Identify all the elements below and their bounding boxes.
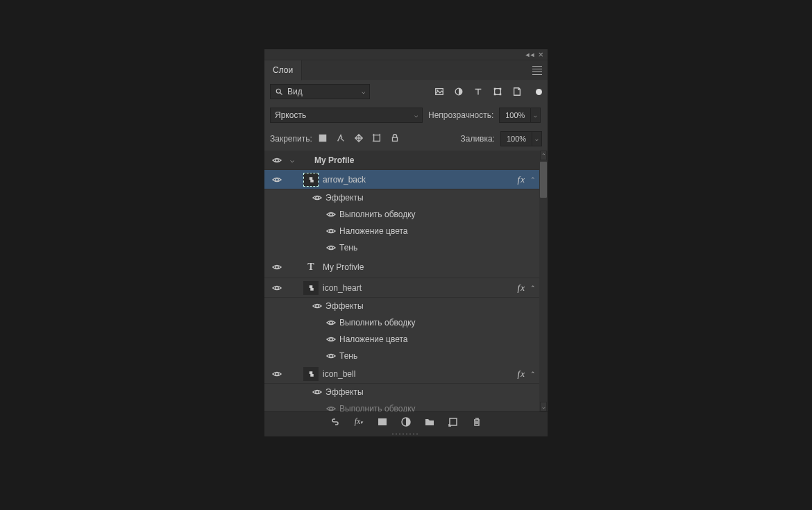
layer-name: icon_heart bbox=[323, 283, 518, 293]
layer-style-icon[interactable]: fx▾ bbox=[353, 416, 364, 427]
svg-rect-44 bbox=[450, 418, 457, 425]
svg-line-1 bbox=[280, 93, 282, 95]
filter-text-icon[interactable] bbox=[473, 87, 483, 96]
opacity-chevron[interactable]: ⌵ bbox=[531, 108, 541, 123]
effect-stroke[interactable]: Выполнить обводку bbox=[264, 400, 548, 411]
visibility-toggle[interactable] bbox=[323, 210, 339, 219]
layer-group-my-profile[interactable]: ⌵ My Profile bbox=[264, 151, 548, 170]
svg-point-21 bbox=[276, 178, 278, 180]
visibility-toggle[interactable] bbox=[323, 226, 339, 236]
layer-thumbnail[interactable] bbox=[303, 173, 319, 187]
visibility-toggle[interactable] bbox=[269, 155, 285, 165]
visibility-toggle[interactable] bbox=[309, 193, 325, 203]
visibility-toggle[interactable] bbox=[323, 243, 339, 253]
effect-color-overlay[interactable]: Наложение цвета bbox=[264, 331, 548, 348]
svg-rect-38 bbox=[310, 374, 314, 377]
svg-rect-31 bbox=[310, 288, 314, 291]
fill-input[interactable]: 100% bbox=[500, 131, 532, 146]
layer-arrow-back[interactable]: arrow_back fx ⌃ bbox=[264, 170, 548, 189]
fx-indicator: fx bbox=[518, 174, 525, 185]
blend-mode-select[interactable]: Яркость ⌵ bbox=[270, 108, 423, 123]
effects-header[interactable]: Эффекты bbox=[264, 384, 548, 400]
adjustment-layer-icon[interactable] bbox=[400, 416, 412, 427]
resize-handle[interactable] bbox=[264, 431, 548, 436]
layers-panel: ◄◄ × Слои Вид ⌵ Яркость ⌵ Непрозрачность… bbox=[264, 49, 548, 437]
filter-adjustment-icon[interactable] bbox=[454, 87, 464, 96]
layer-icon-heart[interactable]: icon_heart fx ⌃ bbox=[264, 278, 548, 298]
lock-image-icon[interactable] bbox=[336, 133, 346, 145]
layer-search[interactable]: Вид ⌵ bbox=[270, 84, 370, 99]
collapse-effects[interactable]: ⌃ bbox=[528, 176, 538, 183]
lock-artboard-icon[interactable] bbox=[372, 133, 382, 145]
effect-stroke[interactable]: Выполнить обводку bbox=[264, 206, 548, 223]
fill-chevron[interactable]: ⌵ bbox=[532, 131, 542, 146]
effects-header[interactable]: Эффекты bbox=[264, 189, 548, 206]
svg-point-27 bbox=[330, 246, 332, 249]
effect-label: Наложение цвета bbox=[339, 334, 407, 344]
svg-point-33 bbox=[330, 321, 332, 324]
effect-label: Тень bbox=[339, 243, 357, 253]
text-layer-icon: T bbox=[303, 262, 319, 273]
new-layer-icon[interactable] bbox=[448, 416, 459, 427]
layer-thumbnail[interactable] bbox=[303, 281, 319, 295]
effect-color-overlay[interactable]: Наложение цвета bbox=[264, 223, 548, 239]
visibility-toggle[interactable] bbox=[309, 301, 325, 311]
visibility-toggle[interactable] bbox=[269, 175, 285, 185]
effects-label: Эффекты bbox=[325, 301, 364, 311]
collapse-effects[interactable]: ⌃ bbox=[528, 371, 538, 377]
layer-icon-bell[interactable]: icon_bell fx ⌃ bbox=[264, 364, 548, 384]
effect-shadow[interactable]: Тень bbox=[264, 239, 548, 256]
bottom-toolbar: fx▾ bbox=[264, 411, 548, 431]
svg-rect-30 bbox=[310, 285, 313, 288]
tab-layers[interactable]: Слои bbox=[264, 60, 302, 80]
filter-pixel-icon[interactable] bbox=[434, 87, 444, 96]
lock-transparency-icon[interactable] bbox=[318, 133, 328, 145]
scrollbar[interactable]: ⌃ ⌵ bbox=[539, 151, 548, 411]
layer-thumbnail[interactable] bbox=[303, 367, 319, 381]
effect-shadow[interactable]: Тень bbox=[264, 348, 548, 364]
lock-label: Закрепить: bbox=[270, 134, 312, 144]
visibility-toggle[interactable] bbox=[269, 369, 285, 379]
link-layers-icon[interactable] bbox=[330, 416, 341, 427]
layer-my-profile-text[interactable]: T My Profivle bbox=[264, 256, 548, 278]
svg-point-39 bbox=[316, 391, 319, 393]
scroll-up[interactable]: ⌃ bbox=[540, 151, 547, 160]
effect-label: Тень bbox=[339, 351, 357, 361]
collapse-icon[interactable]: ◄◄ bbox=[525, 51, 534, 58]
scroll-thumb[interactable] bbox=[540, 162, 547, 198]
lock-icons bbox=[318, 133, 400, 145]
effect-stroke[interactable]: Выполнить обводку bbox=[264, 314, 548, 331]
delete-layer-icon[interactable] bbox=[471, 416, 482, 427]
lock-all-icon[interactable] bbox=[390, 133, 400, 145]
close-icon[interactable]: × bbox=[538, 49, 543, 60]
fx-indicator: fx bbox=[518, 368, 525, 380]
panel-menu-icon[interactable] bbox=[531, 60, 548, 80]
filter-smartobject-icon[interactable] bbox=[512, 87, 522, 96]
svg-point-20 bbox=[276, 158, 278, 161]
group-icon[interactable] bbox=[424, 416, 435, 427]
filter-shape-icon[interactable] bbox=[493, 87, 502, 96]
visibility-toggle[interactable] bbox=[309, 387, 325, 397]
svg-point-36 bbox=[276, 372, 278, 375]
visibility-toggle[interactable] bbox=[269, 262, 285, 272]
chevron-down-icon: ⌵ bbox=[414, 112, 418, 119]
visibility-toggle[interactable] bbox=[323, 334, 339, 344]
lock-position-icon[interactable] bbox=[354, 133, 364, 145]
layer-name: My Profile bbox=[314, 155, 538, 165]
effects-header[interactable]: Эффекты bbox=[264, 298, 548, 314]
svg-rect-19 bbox=[392, 137, 397, 141]
layer-mask-icon[interactable] bbox=[377, 416, 388, 427]
collapse-effects[interactable]: ⌃ bbox=[528, 284, 538, 291]
visibility-toggle[interactable] bbox=[323, 318, 339, 328]
effect-label: Выполнить обводку bbox=[339, 404, 416, 411]
opacity-label: Непрозрачность: bbox=[428, 110, 493, 120]
expand-toggle[interactable]: ⌵ bbox=[285, 156, 299, 164]
visibility-toggle[interactable] bbox=[323, 404, 339, 411]
visibility-toggle[interactable] bbox=[269, 283, 285, 293]
layer-name: My Profivle bbox=[323, 262, 538, 272]
scroll-down[interactable]: ⌵ bbox=[540, 402, 547, 411]
visibility-toggle[interactable] bbox=[323, 351, 339, 361]
filter-toggle[interactable] bbox=[536, 89, 542, 95]
svg-rect-9 bbox=[500, 94, 502, 96]
opacity-input[interactable]: 100% bbox=[499, 108, 531, 123]
